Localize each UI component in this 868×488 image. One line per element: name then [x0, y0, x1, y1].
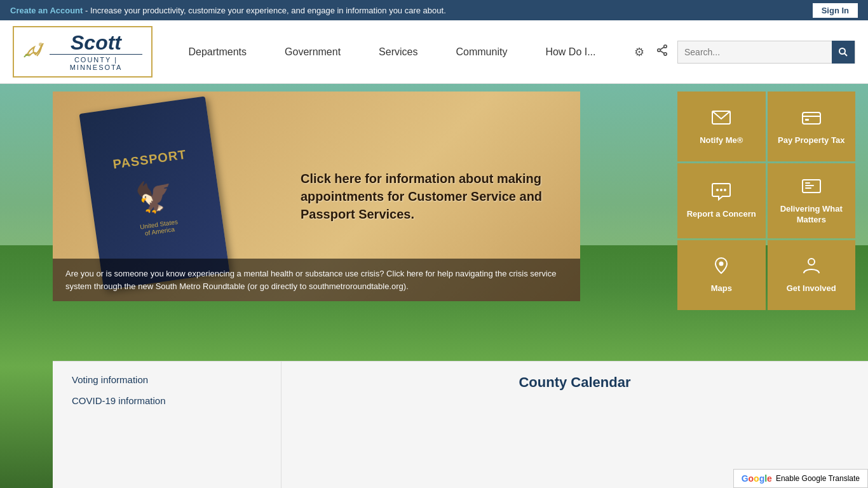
slideshow-panel[interactable]: PASSPORT 🦅 United Statesof America Click… — [53, 92, 580, 301]
svg-rect-11 — [805, 119, 809, 121]
left-info-panel: Voting information COVID-19 information — [53, 362, 281, 488]
svg-point-3 — [658, 49, 660, 51]
nav-government[interactable]: Government — [266, 40, 360, 64]
translate-label: Enable Google Translate — [776, 474, 860, 483]
create-account-link[interactable]: Create an Account — [10, 6, 83, 15]
banner-desc: - Increase your productivity, customize … — [85, 6, 446, 15]
quick-link-property-tax[interactable]: Pay Property Tax — [768, 92, 856, 161]
quick-link-delivering[interactable]: Delivering What Matters — [768, 163, 856, 238]
logo-scott-text: Scott — [50, 32, 142, 53]
report-icon — [711, 181, 731, 204]
voting-info-link[interactable]: Voting information — [72, 374, 262, 385]
svg-rect-17 — [805, 185, 814, 186]
logo-county-text: COUNTY | MINNESOTA — [50, 54, 142, 71]
svg-point-20 — [808, 259, 815, 265]
notify-icon — [711, 107, 731, 130]
svg-line-4 — [660, 47, 664, 50]
report-label: Report a Concern — [687, 209, 756, 220]
nav-how-do-i[interactable]: How Do I... — [526, 40, 614, 64]
property-tax-label: Pay Property Tax — [778, 135, 844, 146]
quick-link-notify[interactable]: Notify Me® — [677, 92, 766, 161]
svg-line-5 — [660, 51, 664, 53]
svg-line-7 — [844, 53, 847, 56]
svg-point-13 — [720, 189, 722, 191]
search-bar — [677, 41, 855, 64]
svg-point-14 — [724, 189, 726, 191]
get-involved-label: Get Involved — [787, 283, 836, 294]
delivering-icon — [801, 176, 822, 199]
calendar-title: County Calendar — [301, 374, 849, 391]
google-icon: Google — [742, 473, 772, 484]
quick-link-report[interactable]: Report a Concern — [677, 163, 766, 238]
svg-point-6 — [839, 48, 845, 54]
search-input[interactable] — [678, 47, 832, 57]
translate-bar[interactable]: Google Enable Google Translate — [733, 469, 868, 488]
slide-heading-text: Click here for information about making … — [301, 170, 555, 223]
nav-departments[interactable]: Departments — [169, 40, 266, 64]
maps-icon — [711, 255, 731, 278]
svg-point-2 — [664, 53, 667, 55]
delivering-label: Delivering What Matters — [774, 204, 850, 226]
site-logo[interactable]: Scott COUNTY | MINNESOTA — [13, 26, 153, 78]
top-banner: Create an Account - Increase your produc… — [0, 0, 868, 20]
passport-title-text: PASSPORT — [112, 147, 187, 172]
main-nav: Departments Government Services Communit… — [153, 40, 632, 64]
banner-text: Create an Account - Increase your produc… — [10, 6, 446, 15]
svg-rect-16 — [805, 182, 810, 184]
crisis-overlay-text: Are you or is someone you know experienc… — [53, 259, 580, 301]
svg-rect-9 — [803, 112, 820, 124]
search-area: ⚙ — [632, 41, 855, 64]
settings-icon[interactable]: ⚙ — [632, 43, 647, 62]
notify-label: Notify Me® — [700, 135, 743, 146]
quick-links-panel: Notify Me® Pay Property Tax — [677, 92, 855, 310]
svg-rect-18 — [805, 187, 811, 189]
covid-info-link[interactable]: COVID-19 information — [72, 395, 262, 406]
svg-point-12 — [716, 189, 719, 191]
share-icon[interactable] — [653, 41, 671, 62]
nav-community[interactable]: Community — [437, 40, 526, 64]
sign-in-button[interactable]: Sign In — [813, 3, 858, 18]
main-content: PASSPORT 🦅 United Statesof America Click… — [0, 84, 868, 488]
svg-point-1 — [664, 45, 667, 48]
quick-link-get-involved[interactable]: Get Involved — [768, 240, 856, 310]
passport-country-text: United Statesof America — [139, 218, 179, 237]
header: Scott COUNTY | MINNESOTA Departments Gov… — [0, 20, 868, 84]
search-button[interactable] — [832, 41, 855, 64]
nav-services[interactable]: Services — [360, 40, 437, 64]
quick-link-maps[interactable]: Maps — [677, 240, 766, 310]
maps-label: Maps — [711, 283, 732, 294]
logo-area: Scott COUNTY | MINNESOTA — [13, 26, 153, 78]
svg-point-19 — [719, 262, 724, 266]
property-tax-icon — [801, 107, 822, 130]
get-involved-icon — [801, 255, 822, 278]
eagle-icon: 🦅 — [133, 177, 176, 217]
logo-bird-icon — [23, 38, 46, 66]
